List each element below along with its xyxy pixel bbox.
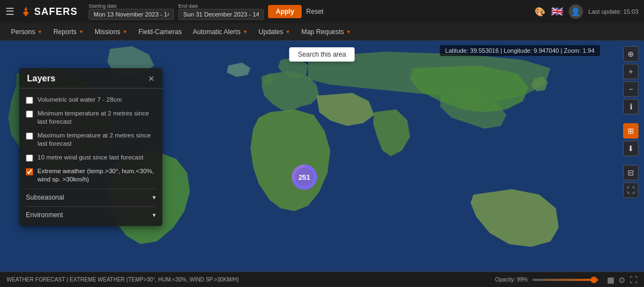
starting-date-input[interactable]	[89, 9, 174, 20]
nav-item-reports[interactable]: Reports ▼	[48, 23, 89, 40]
language-flag[interactable]: 🇬🇧	[551, 5, 563, 18]
nav-item-persons[interactable]: Persons ▼	[6, 23, 48, 40]
nav-persons-label: Persons	[11, 28, 35, 36]
zoom-out-button[interactable]: −	[623, 81, 638, 97]
layer-label-extreme-weather: Extreme weather (temp.>30°, hum.<30%, wi…	[37, 167, 156, 184]
layer-checkbox-wind-gust[interactable]	[26, 154, 33, 162]
layer-label-min-temp: Minimum temperature at 2 metres since la…	[37, 109, 156, 126]
starting-date-label: Starting date	[89, 3, 174, 9]
nav-automaticalerts-label: Automatic Alerts	[193, 28, 241, 36]
apply-button[interactable]: Apply	[268, 5, 302, 18]
last-update-label: Last update: 15:03	[588, 8, 638, 15]
user-icon-symbol: 👤	[571, 7, 580, 16]
info-button[interactable]: ℹ	[623, 99, 638, 114]
nav-missions-arrow: ▼	[123, 29, 128, 35]
end-date-input[interactable]	[178, 9, 264, 20]
layer-label-max-temp: Maximum temperature at 2 metres since la…	[37, 131, 156, 148]
layer-item-extreme-weather: Extreme weather (temp.>30°, hum.<30%, wi…	[26, 164, 156, 186]
layers-section-environment[interactable]: Environment ▾	[26, 206, 156, 222]
nav-item-automatic-alerts[interactable]: Automatic Alerts ▼	[187, 23, 253, 40]
opacity-slider-thumb	[591, 277, 597, 283]
palette-icon[interactable]: 🎨	[534, 7, 545, 17]
layers-toggle-button[interactable]: ⊞	[623, 123, 638, 139]
layers-panel-title: Layers	[27, 74, 56, 84]
nav-fieldcameras-label: Field-Cameras	[139, 28, 182, 36]
nav-updates-label: Updates	[259, 28, 283, 36]
layers-section-subseasonal[interactable]: Subseasonal ▾	[26, 189, 156, 204]
layers-environment-arrow: ▾	[152, 211, 156, 219]
layer-checkbox-max-temp[interactable]	[26, 133, 33, 140]
compass-icon[interactable]: ⊕	[623, 46, 638, 62]
hamburger-menu[interactable]: ☰	[6, 5, 14, 18]
starting-date-group: Starting date	[89, 3, 174, 20]
layers-icon: ⊞	[627, 126, 634, 135]
fullscreen-button[interactable]: ⛶	[623, 183, 638, 198]
nav-item-missions[interactable]: Missions ▼	[89, 23, 133, 40]
date-section: Starting date End date Apply Reset	[89, 3, 324, 20]
opacity-label: Opacity: 99%	[495, 277, 528, 283]
logo-text: SAFERS	[34, 6, 78, 18]
coordinates-display: Latitude: 39.553016 | Longitude: 9.94704…	[440, 45, 600, 56]
layers-panel-header: Layers ✕	[19, 68, 162, 89]
logo-icon	[20, 5, 32, 18]
grid-icon[interactable]: ▦	[607, 275, 614, 284]
opacity-section: Opacity: 99%	[495, 277, 598, 283]
layers-environment-label: Environment	[26, 211, 63, 219]
layer-item-wind-gust: 10 metre wind gust since last forecast	[26, 151, 156, 164]
logo: SAFERS	[20, 5, 78, 18]
nav-reports-label: Reports	[53, 28, 77, 36]
layer-item-min-temp: Minimum temperature at 2 metres since la…	[26, 107, 156, 129]
search-area-button[interactable]: Search this area	[289, 47, 354, 62]
layer-checkbox-min-temp[interactable]	[26, 111, 33, 118]
zoom-in-button[interactable]: +	[623, 64, 638, 79]
grid-view-button[interactable]: ⊟	[623, 165, 638, 180]
bottom-status-text: WEATHER FORECAST | EXTREME WEATHER (TEMP…	[7, 277, 495, 283]
nav-item-field-cameras[interactable]: Field-Cameras	[133, 23, 188, 40]
nav-bar: Persons ▼ Reports ▼ Missions ▼ Field-Cam…	[0, 23, 644, 41]
top-bar: ☰ SAFERS Starting date End date Apply Re…	[0, 0, 644, 23]
layer-item-volumetric: Volumetric soil water 7 - 28cm	[26, 93, 156, 107]
nav-maprequests-arrow: ▼	[346, 29, 351, 35]
layers-subseasonal-label: Subseasonal	[26, 194, 64, 201]
nav-item-map-requests[interactable]: Map Requests ▼	[296, 23, 356, 40]
end-date-group: End date	[178, 3, 264, 20]
bottom-icons: ▦ ⊙ ⛶	[607, 275, 637, 284]
nav-updates-arrow: ▼	[286, 29, 291, 35]
map-container[interactable]: Search this area Latitude: 39.553016 | L…	[0, 41, 644, 272]
layer-checkbox-volumetric[interactable]	[26, 97, 33, 104]
end-date-label: End date	[178, 3, 264, 9]
reset-button[interactable]: Reset	[306, 8, 323, 15]
nav-missions-label: Missions	[95, 28, 121, 36]
top-right-controls: 🎨 🇬🇧 👤 Last update: 15:03	[534, 4, 638, 19]
download-button[interactable]: ⬇	[623, 141, 638, 156]
nav-automaticalerts-arrow: ▼	[243, 29, 248, 35]
map-controls: ⊕ + − ℹ ⊞ ⬇ ⊟ ⛶	[623, 46, 638, 198]
opacity-slider[interactable]	[532, 279, 598, 281]
layers-panel-content: Volumetric soil water 7 - 28cm Minimum t…	[19, 89, 162, 226]
nav-persons-arrow: ▼	[37, 29, 42, 35]
layers-close-button[interactable]: ✕	[148, 74, 155, 83]
svg-marker-0	[23, 7, 29, 16]
user-account-icon[interactable]: 👤	[569, 4, 583, 19]
cluster-count: 251	[295, 168, 314, 186]
layers-subseasonal-arrow: ▾	[152, 194, 156, 201]
layer-checkbox-extreme-weather[interactable]	[26, 168, 33, 175]
cluster-marker[interactable]: 251	[292, 164, 317, 190]
layer-label-volumetric: Volumetric soil water 7 - 28cm	[37, 96, 122, 104]
info-circle-icon[interactable]: ⊙	[619, 275, 625, 284]
layer-item-max-temp: Maximum temperature at 2 metres since la…	[26, 129, 156, 151]
layers-panel: Layers ✕ Volumetric soil water 7 - 28cm …	[19, 68, 162, 226]
nav-reports-arrow: ▼	[79, 29, 84, 35]
layer-label-wind-gust: 10 metre wind gust since last forecast	[37, 153, 143, 162]
cluster-outer-ring: 251	[292, 164, 317, 190]
bottom-bar: WEATHER FORECAST | EXTREME WEATHER (TEMP…	[0, 272, 644, 287]
nav-maprequests-label: Map Requests	[301, 28, 343, 36]
resize-icon[interactable]: ⛶	[630, 275, 637, 284]
nav-item-updates[interactable]: Updates ▼	[253, 23, 296, 40]
